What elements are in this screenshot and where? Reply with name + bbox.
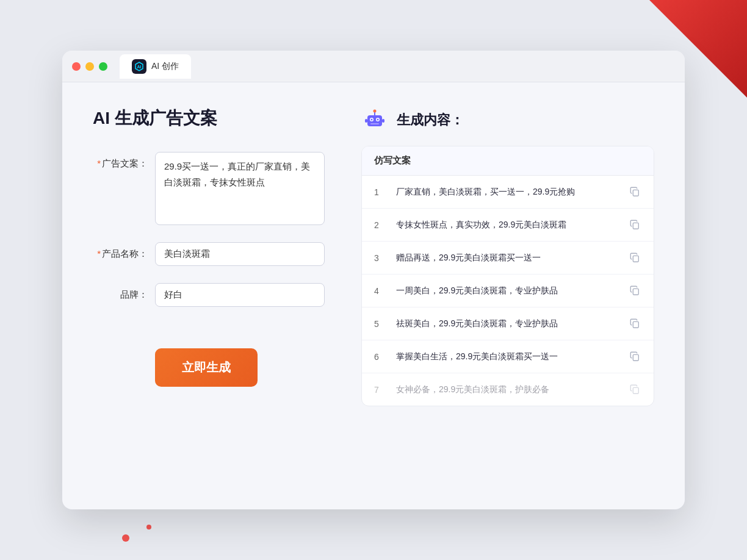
svg-rect-18 xyxy=(633,387,638,393)
result-row: 4一周美白，29.9元美白淡斑霜，专业护肤品 xyxy=(362,275,654,307)
product-name-label: *产品名称： xyxy=(93,242,148,260)
content-area: AI 生成广告文案 *广告文案： *产品名称： 品牌： 立 xyxy=(62,82,685,509)
ad-copy-label-text: 广告文案： xyxy=(102,158,148,168)
result-number: 6 xyxy=(374,352,386,362)
decorative-dot-2 xyxy=(146,525,151,529)
browser-window: AI AI 创作 AI 生成广告文案 *广告文案： *产品名称： xyxy=(62,51,685,509)
result-number: 7 xyxy=(374,385,386,395)
brand-input[interactable] xyxy=(155,283,325,307)
result-text: 掌握美白生活，29.9元美白淡斑霜买一送一 xyxy=(396,350,619,363)
robot-icon xyxy=(361,107,388,134)
result-row: 6掌握美白生活，29.9元美白淡斑霜买一送一 xyxy=(362,340,654,373)
page-title: AI 生成广告文案 xyxy=(93,107,325,130)
result-row: 3赠品再送，29.9元美白淡斑霜买一送一 xyxy=(362,242,654,275)
result-row: 2专抹女性斑点，真实功效，29.9元美白淡斑霜 xyxy=(362,209,654,242)
required-mark-2: * xyxy=(97,248,101,259)
close-button[interactable] xyxy=(72,62,81,71)
copy-icon[interactable] xyxy=(629,318,641,330)
results-container: 仿写文案 1厂家直销，美白淡斑霜，买一送一，29.9元抢购 2专抹女性斑点，真实… xyxy=(361,146,654,406)
result-number: 5 xyxy=(374,319,386,329)
product-name-label-text: 产品名称： xyxy=(102,248,148,259)
ad-copy-label: *广告文案： xyxy=(93,152,148,170)
product-name-input[interactable] xyxy=(155,242,325,266)
svg-rect-7 xyxy=(370,123,379,124)
svg-rect-15 xyxy=(633,289,638,295)
result-text: 女神必备，29.9元美白淡斑霜，护肤必备 xyxy=(396,383,619,396)
decorative-dot xyxy=(122,534,129,542)
copy-icon[interactable] xyxy=(629,219,641,231)
product-name-group: *产品名称： xyxy=(93,242,325,266)
svg-rect-11 xyxy=(382,119,384,123)
right-title: 生成内容： xyxy=(397,111,464,129)
title-bar: AI AI 创作 xyxy=(62,51,685,82)
svg-rect-17 xyxy=(633,354,638,361)
svg-point-6 xyxy=(377,119,379,121)
brand-group: 品牌： xyxy=(93,283,325,307)
ai-tab[interactable]: AI AI 创作 xyxy=(120,54,191,79)
svg-point-5 xyxy=(371,119,373,121)
svg-rect-16 xyxy=(633,321,638,328)
result-number: 4 xyxy=(374,286,386,296)
minimize-button[interactable] xyxy=(85,62,94,71)
result-text: 专抹女性斑点，真实功效，29.9元美白淡斑霜 xyxy=(396,218,619,231)
svg-rect-14 xyxy=(633,256,638,262)
copy-icon[interactable] xyxy=(629,351,641,363)
ad-copy-group: *广告文案： xyxy=(93,152,325,225)
copy-icon[interactable] xyxy=(629,285,641,297)
svg-rect-13 xyxy=(633,223,638,229)
ai-tab-icon: AI xyxy=(132,59,146,74)
result-row: 5祛斑美白，29.9元美白淡斑霜，专业护肤品 xyxy=(362,307,654,340)
results-header: 仿写文案 xyxy=(362,146,654,176)
copy-icon[interactable] xyxy=(629,252,641,264)
left-panel: AI 生成广告文案 *广告文案： *产品名称： 品牌： 立 xyxy=(93,107,325,485)
required-mark-1: * xyxy=(97,158,101,168)
copy-icon[interactable] xyxy=(629,186,641,198)
svg-rect-10 xyxy=(365,119,367,123)
svg-text:AI: AI xyxy=(137,65,142,69)
svg-rect-12 xyxy=(633,190,638,196)
ad-copy-input[interactable] xyxy=(155,152,325,225)
right-header: 生成内容： xyxy=(361,107,654,134)
brand-label: 品牌： xyxy=(93,283,148,301)
window-controls xyxy=(72,62,107,71)
result-text: 祛斑美白，29.9元美白淡斑霜，专业护肤品 xyxy=(396,317,619,330)
result-text: 赠品再送，29.9元美白淡斑霜买一送一 xyxy=(396,251,619,264)
result-text: 厂家直销，美白淡斑霜，买一送一，29.9元抢购 xyxy=(396,185,619,198)
right-panel: 生成内容： 仿写文案 1厂家直销，美白淡斑霜，买一送一，29.9元抢购 2专抹女… xyxy=(361,107,654,485)
copy-icon[interactable] xyxy=(629,384,641,396)
results-list: 1厂家直销，美白淡斑霜，买一送一，29.9元抢购 2专抹女性斑点，真实功效，29… xyxy=(362,176,654,406)
svg-rect-2 xyxy=(367,115,382,126)
result-number: 2 xyxy=(374,220,386,230)
generate-button[interactable]: 立即生成 xyxy=(155,348,258,387)
result-number: 1 xyxy=(374,187,386,197)
result-number: 3 xyxy=(374,253,386,263)
tab-label: AI 创作 xyxy=(151,61,179,72)
result-text: 一周美白，29.9元美白淡斑霜，专业护肤品 xyxy=(396,284,619,297)
result-row: 7女神必备，29.9元美白淡斑霜，护肤必备 xyxy=(362,373,654,406)
maximize-button[interactable] xyxy=(99,62,107,71)
svg-point-9 xyxy=(374,110,377,113)
result-row: 1厂家直销，美白淡斑霜，买一送一，29.9元抢购 xyxy=(362,176,654,209)
